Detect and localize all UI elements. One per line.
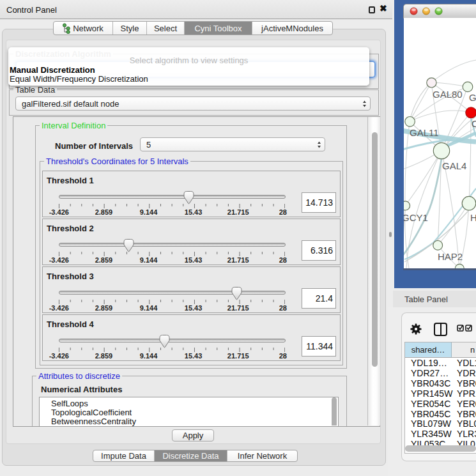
svg-text:GAL80: GAL80 <box>433 89 463 100</box>
svg-text:C: C <box>472 118 476 129</box>
svg-text:GCY1: GCY1 <box>404 212 428 223</box>
svg-text:GAL4: GAL4 <box>442 160 466 171</box>
svg-text:GAL11: GAL11 <box>410 127 439 138</box>
svg-text:H: H <box>470 212 476 223</box>
svg-text:HAP2: HAP2 <box>438 251 463 262</box>
svg-text:GA: GA <box>469 92 476 103</box>
